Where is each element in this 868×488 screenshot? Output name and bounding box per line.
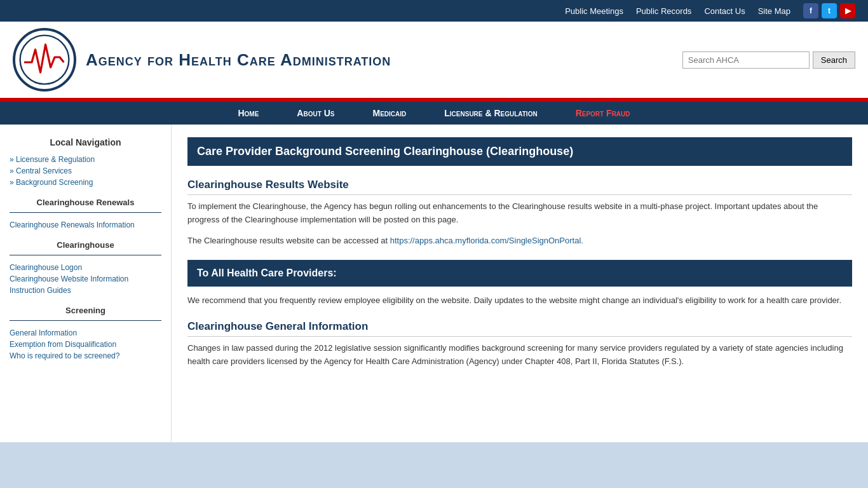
logo-svg xyxy=(19,34,70,85)
clearinghouse-renewals-section: Clearinghouse Renewals Clearinghouse Ren… xyxy=(10,198,161,231)
sidebar-exemption[interactable]: Exemption from Disqualification xyxy=(10,339,161,350)
sidebar-background[interactable]: Background Screening xyxy=(10,177,161,188)
renewals-section-title: Clearinghouse Renewals xyxy=(10,198,161,207)
health-care-providers-para: We recommend that you frequently review … xyxy=(187,294,852,308)
clearinghouse-results-section: Clearinghouse Results Website To impleme… xyxy=(187,179,852,247)
sidebar-renewals-info[interactable]: Clearinghouse Renewals Information xyxy=(10,219,161,231)
sidebar-required[interactable]: Who is required to be screened? xyxy=(10,350,161,362)
screening-section: Screening General Information Exemption … xyxy=(10,306,161,362)
main-content: Care Provider Background Screening Clear… xyxy=(172,125,868,442)
nav-home[interactable]: Home xyxy=(219,102,278,125)
social-icons: f t ▶ xyxy=(803,3,855,18)
sidebar-licensure[interactable]: Licensure & Regulation xyxy=(10,154,161,165)
clearinghouse-results-para1: To implement the Clearinghouse, the Agen… xyxy=(187,200,852,227)
clearinghouse-section: Clearinghouse Clearinghouse Logon Cleari… xyxy=(10,240,161,296)
nav-medicaid[interactable]: Medicaid xyxy=(353,102,425,125)
logo-area: Agency for Health Care Administration xyxy=(13,28,391,92)
twitter-icon[interactable]: t xyxy=(822,3,837,18)
sidebar-central[interactable]: Central Services xyxy=(10,165,161,177)
sidebar-logon[interactable]: Clearinghouse Logon xyxy=(10,262,161,273)
contact-us-link[interactable]: Contact Us xyxy=(704,6,745,16)
site-map-link[interactable]: Site Map xyxy=(758,6,790,16)
header: Agency for Health Care Administration Se… xyxy=(0,22,868,100)
general-info-section: Clearinghouse General Information Change… xyxy=(187,320,852,369)
main-nav: Home About Us Medicaid Licensure & Regul… xyxy=(0,100,868,125)
clearinghouse-divider xyxy=(10,255,161,255)
search-button[interactable]: Search xyxy=(813,51,855,69)
search-input[interactable] xyxy=(682,51,810,69)
clearinghouse-section-title: Clearinghouse xyxy=(10,240,161,250)
agency-name: Agency for Health Care Administration xyxy=(86,50,391,70)
logo xyxy=(13,28,76,92)
public-meetings-link[interactable]: Public Meetings xyxy=(565,6,623,16)
search-area: Search xyxy=(682,51,855,69)
sidebar-website-info[interactable]: Clearinghouse Website Information xyxy=(10,273,161,285)
public-records-link[interactable]: Public Records xyxy=(636,6,691,16)
sidebar-gen-info[interactable]: General Information xyxy=(10,327,161,339)
page-title: Care Provider Background Screening Clear… xyxy=(187,137,852,166)
local-nav-title: Local Navigation xyxy=(10,137,161,147)
youtube-icon[interactable]: ▶ xyxy=(840,3,855,18)
clearinghouse-results-para2: The Clearinghouse results website can be… xyxy=(187,234,852,248)
screening-section-title: Screening xyxy=(10,306,161,315)
facebook-icon[interactable]: f xyxy=(803,3,818,18)
nav-about[interactable]: About Us xyxy=(278,102,353,125)
general-info-heading: Clearinghouse General Information xyxy=(187,320,852,337)
clearinghouse-results-heading: Clearinghouse Results Website xyxy=(187,179,852,195)
sidebar: Local Navigation Licensure & Regulation … xyxy=(0,125,172,442)
portal-link[interactable]: https://apps.ahca.myflorida.com/SingleSi… xyxy=(390,236,583,245)
renewals-divider xyxy=(10,212,161,213)
health-care-providers-banner: To All Health Care Providers: xyxy=(187,260,852,287)
nav-report-fraud[interactable]: Report Fraud xyxy=(557,102,649,125)
general-info-para: Changes in law passed during the 2012 le… xyxy=(187,342,852,369)
top-bar: Public Meetings Public Records Contact U… xyxy=(0,0,868,22)
health-care-providers-section: To All Health Care Providers: We recomme… xyxy=(187,260,852,308)
nav-licensure[interactable]: Licensure & Regulation xyxy=(425,102,556,125)
content-wrapper: Local Navigation Licensure & Regulation … xyxy=(0,125,868,442)
sidebar-guides[interactable]: Instruction Guides xyxy=(10,285,161,296)
screening-divider xyxy=(10,320,161,321)
